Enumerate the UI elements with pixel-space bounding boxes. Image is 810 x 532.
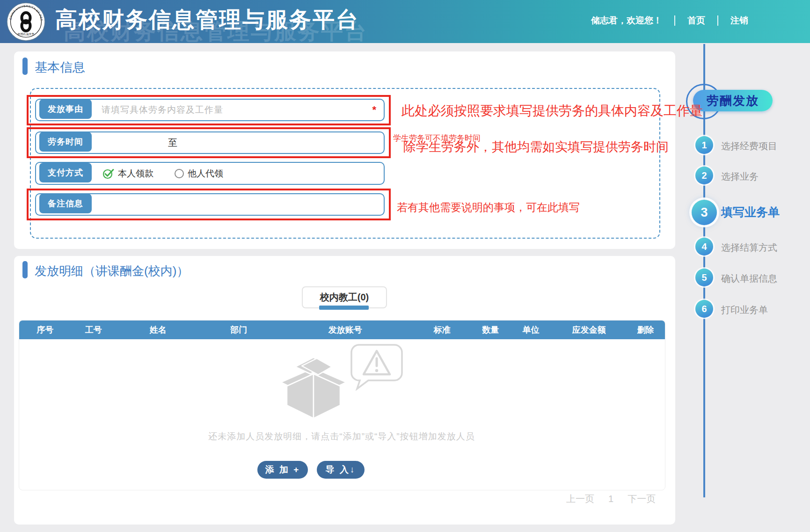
time-range-separator: 至 [168, 132, 177, 153]
pay-method-label: 支付方式 [39, 163, 92, 182]
app-header: CHINA UNIVERSITY OF PETROLEUM 中国石油大学 195… [0, 0, 810, 43]
pagination: 上一页 1 下一页 [566, 493, 656, 505]
alert-bubble-icon [351, 345, 402, 389]
page: CHINA UNIVERSITY OF PETROLEUM 中国石油大学 195… [0, 0, 810, 532]
steps-panel-title-label: 劳酬发放 [707, 93, 759, 109]
step-3-circle: 3 [692, 200, 717, 225]
col-name: 姓名 [116, 324, 200, 335]
add-button-label: 添 加 + [265, 464, 300, 476]
required-asterisk: * [372, 100, 376, 120]
pagination-current-page[interactable]: 1 [608, 494, 613, 504]
pay-option-self-label: 本人领款 [118, 168, 153, 180]
steps-panel-title: 劳酬发放 [693, 90, 773, 111]
annotation-time-large: 除学生劳务外，其他均需如实填写提供劳务时间 [403, 138, 669, 155]
col-department: 部门 [200, 324, 277, 335]
top-nav: 储志君，欢迎您！ 首页 注销 [591, 15, 748, 27]
tab-campus-staff[interactable]: 校内教工(0) [302, 286, 387, 308]
nav-divider [717, 15, 718, 26]
remark-label: 备注信息 [39, 194, 92, 213]
step-2-circle: 2 [695, 167, 713, 184]
table-header-row: 序号 工号 姓名 部门 发放账号 标准 数量 单位 应发金额 删除 [19, 321, 665, 339]
pay-option-other-label: 他人代领 [188, 168, 223, 180]
step-5-circle: 5 [695, 269, 713, 286]
empty-box-icon [281, 357, 346, 418]
import-button[interactable]: 导 入↓ [317, 461, 365, 479]
step-5-label: 确认单据信息 [721, 272, 777, 285]
pay-option-other[interactable]: 他人代领 [174, 168, 223, 180]
step-4-circle: 4 [695, 238, 713, 255]
svg-text:中国石油大学: 中国石油大学 [18, 32, 35, 36]
step-1-circle: 1 [695, 136, 713, 154]
step-3-label: 填写业务单 [721, 204, 780, 220]
col-amount: 应发金额 [552, 324, 626, 335]
basic-info-title: 基本信息 [35, 59, 85, 76]
import-button-label: 导 入↓ [326, 464, 356, 476]
check-circle-icon [102, 168, 115, 179]
page-title-ghost: 高校财务信息管理与服务平台 [64, 17, 368, 43]
step-1-label: 选择经费项目 [721, 140, 777, 153]
welcome-text: 储志君，欢迎您！ [591, 15, 662, 27]
pagination-prev[interactable]: 上一页 [566, 493, 594, 505]
section-marker [22, 261, 28, 278]
empty-message: 还未添加人员发放明细，请点击“添加”或“导入”按钮增加发放人员 [19, 430, 664, 443]
tab-active-underline [319, 306, 369, 310]
col-account: 发放账号 [277, 324, 413, 335]
university-logo-icon: CHINA UNIVERSITY OF PETROLEUM 中国石油大学 195… [7, 2, 45, 41]
annotation-remark: 若有其他需要说明的事项，可在此填写 [397, 200, 580, 215]
pay-option-self[interactable]: 本人领款 [102, 168, 153, 180]
empty-state-icon [274, 338, 414, 427]
pagination-next[interactable]: 下一页 [628, 493, 656, 505]
detail-title: 发放明细（讲课酬金(校内)） [35, 263, 189, 279]
reason-label: 发放事由 [39, 99, 92, 119]
tab-campus-staff-label: 校内教工(0) [320, 291, 369, 304]
annotation-reason: 此处必须按照要求填写提供劳务的具体内容及工作量 [401, 102, 703, 120]
col-delete: 删除 [626, 324, 665, 335]
step-6-circle: 6 [695, 300, 713, 318]
col-standard: 标准 [413, 324, 471, 335]
section-marker [22, 58, 28, 75]
col-index: 序号 [19, 324, 71, 335]
add-button[interactable]: 添 加 + [257, 461, 308, 479]
step-6-label: 打印业务单 [721, 304, 768, 316]
step-4-label: 选择结算方式 [721, 241, 777, 254]
svg-text:1953: 1953 [23, 30, 29, 32]
nav-logout-link[interactable]: 注销 [730, 15, 748, 27]
col-unit: 单位 [510, 324, 552, 335]
nav-divider [674, 15, 675, 26]
reason-placeholder: 请填写具体劳务内容及工作量 [102, 100, 223, 120]
nav-home-link[interactable]: 首页 [687, 15, 705, 27]
col-staff-id: 工号 [71, 324, 116, 335]
labor-time-label: 劳务时间 [39, 132, 92, 152]
radio-unchecked-icon [174, 168, 184, 179]
step-2-label: 选择业务 [721, 170, 759, 183]
col-quantity: 数量 [471, 324, 510, 335]
